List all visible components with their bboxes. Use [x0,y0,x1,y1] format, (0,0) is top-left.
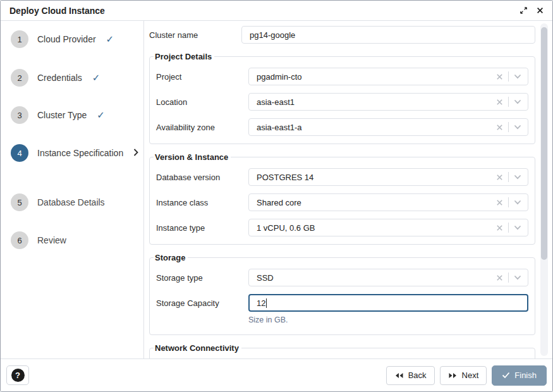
wizard-step-instance-specification[interactable]: 4 Instance Specification [11,144,140,162]
project-details-legend: Project Details [154,52,214,61]
storage-type-select[interactable]: SSD [248,269,528,286]
chevron-down-icon[interactable] [514,199,521,206]
select-divider [508,97,509,107]
help-icon: ? [11,369,25,382]
step-number-badge: 5 [11,193,28,211]
help-button[interactable]: ? [6,365,29,385]
maximize-icon[interactable] [518,5,529,16]
location-select[interactable]: asia-east1 [248,93,528,111]
chevron-down-icon[interactable] [514,274,521,281]
clear-icon[interactable] [496,174,503,181]
clear-icon[interactable] [496,99,503,106]
clear-icon[interactable] [496,274,503,281]
select-divider [508,71,509,82]
database-version-select[interactable]: POSTGRES 14 [248,168,528,186]
select-divider [508,122,509,132]
storage-section: Storage Storage type SSD Storage Capacit… [149,253,535,335]
network-connectivity-legend: Network Connectivity [154,343,241,353]
step-label: Cloud Provider [37,34,96,44]
next-button[interactable]: Next [440,366,487,385]
project-value: pgadmin-cto [257,72,302,82]
availability-zone-label: Availability zone [156,123,248,132]
wizard-step-database-details[interactable]: 5 Database Details [11,193,140,211]
instance-specification-form: Cluster name pg14-google Project Details… [144,21,552,358]
database-version-value: POSTGRES 14 [257,173,313,182]
form-scrollbar[interactable] [540,23,548,356]
storage-type-label: Storage type [156,273,248,283]
clear-icon[interactable] [496,224,503,231]
wizard-steps-panel: 1 Cloud Provider ✓ 2 Credentials ✓ 3 Clu… [1,21,144,358]
clear-icon[interactable] [496,73,503,80]
availability-zone-select[interactable]: asia-east1-a [248,118,528,136]
chevron-down-icon[interactable] [514,98,521,106]
chevron-down-icon[interactable] [514,173,521,181]
wizard-step-review[interactable]: 6 Review [11,231,140,249]
step-completed-check-icon: ✓ [92,72,100,83]
wizard-step-credentials[interactable]: 2 Credentials ✓ [11,69,140,87]
location-value: asia-east1 [257,97,295,107]
step-number-badge: 2 [11,69,28,87]
finish-button[interactable]: Finish [492,365,547,386]
step-completed-check-icon: ✓ [97,109,105,121]
storage-legend: Storage [154,253,188,262]
chevron-down-icon[interactable] [514,123,521,131]
step-label: Review [37,235,66,245]
scrollbar-thumb[interactable] [541,27,547,260]
step-label: Cluster Type [37,110,87,120]
clear-icon[interactable] [496,124,503,131]
version-instance-legend: Version & Instance [154,152,231,162]
close-icon[interactable] [535,6,545,15]
step-label: Credentials [37,73,82,83]
select-divider [508,273,509,283]
storage-capacity-value: 12 [257,298,265,308]
project-select[interactable]: pgadmin-cto [248,68,528,85]
step-number-badge: 6 [11,231,28,249]
instance-type-value: 1 vCPU, 0.6 GB [257,223,315,233]
cluster-name-value: pg14-google [250,30,295,40]
step-label: Instance Specification [37,148,123,158]
step-number-badge: 1 [11,30,28,48]
instance-class-select[interactable]: Shared core [248,193,528,211]
storage-capacity-helper-text: Size in GB. [248,315,528,324]
instance-class-label: Instance class [156,198,248,207]
instance-type-label: Instance type [156,223,248,233]
instance-class-value: Shared core [257,198,301,207]
location-label: Location [156,97,248,107]
active-step-chevron-icon [133,147,138,159]
back-button-label: Back [408,371,427,380]
availability-zone-value: asia-east1-a [257,123,302,132]
finish-button-label: Finish [514,371,537,380]
wizard-step-cloud-provider[interactable]: 1 Cloud Provider ✓ [11,30,140,48]
step-number-badge: 4 [11,144,28,162]
check-icon [502,372,510,379]
instance-type-select[interactable]: 1 vCPU, 0.6 GB [248,219,528,236]
text-cursor [266,298,267,308]
select-divider [508,223,509,233]
storage-capacity-label: Storage Capacity [156,298,248,308]
project-details-section: Project Details Project pgadmin-cto Loca… [149,52,535,144]
project-label: Project [156,72,248,82]
back-button[interactable]: Back [386,366,435,385]
cluster-name-label: Cluster name [149,30,241,40]
dialog-footer: ? Back Next Finish [1,358,552,391]
network-connectivity-section: Network Connectivity [149,343,535,358]
chevron-down-icon[interactable] [514,224,521,231]
storage-capacity-input[interactable]: 12 [248,294,528,312]
storage-type-value: SSD [257,273,274,283]
dialog-titlebar: Deploy Cloud Instance [1,1,552,21]
database-version-label: Database version [156,173,248,182]
clear-icon[interactable] [496,199,503,206]
cluster-name-input[interactable]: pg14-google [241,26,535,44]
version-instance-section: Version & Instance Database version POST… [149,152,535,245]
dialog-title: Deploy Cloud Instance [9,6,105,16]
step-number-badge: 3 [11,106,28,124]
step-label: Database Details [37,197,105,207]
chevron-down-icon[interactable] [514,73,521,80]
double-right-arrow-icon [448,372,458,379]
double-left-arrow-icon [394,372,404,379]
select-divider [508,172,509,182]
wizard-step-cluster-type[interactable]: 3 Cluster Type ✓ [11,106,140,124]
step-completed-check-icon: ✓ [106,34,114,45]
select-divider [508,197,509,207]
deploy-cloud-instance-dialog: Deploy Cloud Instance 1 Cloud Provider ✓ [0,0,553,392]
